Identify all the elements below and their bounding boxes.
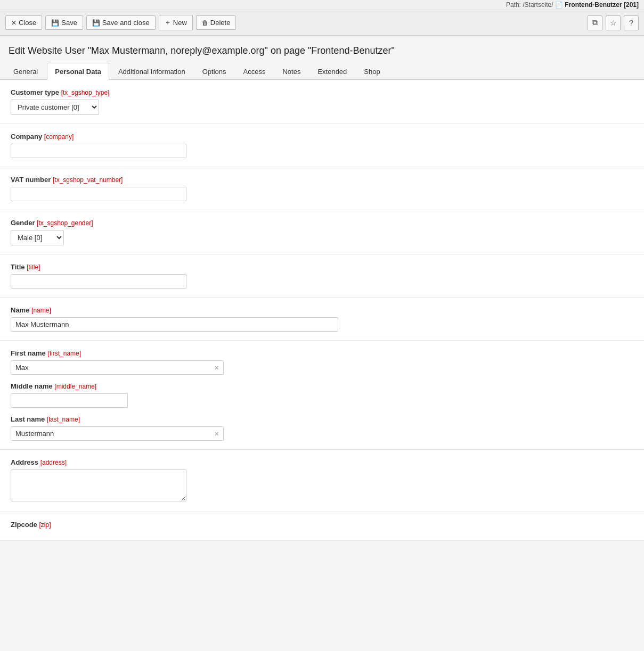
last-name-field-wrapper: × [11,426,224,441]
middle-name-key: [middle_name] [54,383,96,390]
last-name-input[interactable] [11,427,210,440]
page-title-text: Edit Website User "Max Mustermann, norep… [9,45,395,56]
address-key: [address] [40,459,67,466]
address-label: Address [address] [11,458,633,466]
gender-section: Gender [tx_sgshop_gender] Male [0] Femal… [0,210,644,254]
save-close-icon: 💾 [92,19,100,27]
tab-extended[interactable]: Extended [309,63,355,80]
name-input[interactable] [11,317,338,332]
close-icon: ✕ [11,19,17,27]
delete-label: Delete [210,19,231,27]
star-icon: ☆ [610,19,617,27]
help-button[interactable]: ? [624,15,639,30]
zipcode-section: Zipcode [zip] [0,512,644,541]
vat-number-input[interactable] [11,187,186,201]
delete-button[interactable]: 🗑 Delete [196,15,237,30]
path-page-name: Frontend-Benutzer [201] [565,1,639,9]
close-label: Close [19,19,36,27]
new-button[interactable]: ＋ New [159,15,193,30]
help-icon: ? [629,19,633,27]
last-name-label: Last name [last_name] [11,415,633,423]
middle-name-input[interactable] [11,393,128,408]
middle-name-label: Middle name [middle_name] [11,382,633,390]
page-title: Edit Website User "Max Mustermann, norep… [0,36,644,63]
gender-key: [tx_sgshop_gender] [37,219,93,227]
name-label: Name [name] [11,306,633,314]
tab-personal-data[interactable]: Personal Data [47,63,109,80]
title-section: Title [title] [0,254,644,298]
address-input[interactable] [11,469,186,501]
first-name-clear-button[interactable]: × [210,362,223,374]
save-button[interactable]: 💾 Save [45,15,83,30]
zipcode-key: [zip] [39,521,51,529]
gender-label: Gender [tx_sgshop_gender] [11,219,633,227]
first-name-label: First name [first_name] [11,349,633,357]
vat-number-section: VAT number [tx_sgshop_vat_number] [0,167,644,210]
path-bar: Path: /Startseite/ 📄 Frontend-Benutzer [… [0,0,644,10]
save-icon: 💾 [51,19,59,27]
tab-options[interactable]: Options [194,63,234,80]
title-input[interactable] [11,274,186,289]
first-name-field-wrapper: × [11,360,224,375]
delete-icon: 🗑 [202,19,208,27]
gender-select[interactable]: Male [0] Female [1] Other [2] [11,230,64,245]
toolbar-right: ⧉ ☆ ? [588,15,639,30]
new-icon: ＋ [165,18,171,27]
name-section: Name [name] [0,298,644,341]
toolbar: ✕ Close 💾 Save 💾 Save and close ＋ New 🗑 … [0,10,644,36]
first-name-key: [first_name] [47,350,81,357]
tab-additional-information[interactable]: Additional Information [110,63,193,80]
tab-access[interactable]: Access [235,63,274,80]
open-new-window-button[interactable]: ⧉ [588,15,602,30]
toolbar-left: ✕ Close 💾 Save 💾 Save and close ＋ New 🗑 … [5,15,236,30]
save-close-button[interactable]: 💾 Save and close [86,15,156,30]
last-name-clear-button[interactable]: × [210,428,223,440]
first-name-input[interactable] [11,361,210,374]
title-label: Title [title] [11,263,633,271]
save-close-label: Save and close [102,19,150,27]
path-text: Path: /Startseite/ [506,1,553,9]
new-label: New [173,19,187,27]
tab-general[interactable]: General [5,63,46,80]
customer-type-label: Customer type [tx_sgshop_type] [11,88,633,96]
save-label: Save [61,19,77,27]
favorite-button[interactable]: ☆ [606,15,621,30]
form-content: Customer type [tx_sgshop_type] Private c… [0,80,644,541]
company-key: [company] [44,133,74,141]
company-input[interactable] [11,144,186,158]
open-new-window-icon: ⧉ [592,18,598,27]
vat-number-label: VAT number [tx_sgshop_vat_number] [11,176,633,184]
name-key: [name] [31,307,51,314]
company-section: Company [company] [0,124,644,167]
customer-type-select[interactable]: Private customer [0] Business customer [… [11,100,99,115]
address-section: Address [address] [0,450,644,512]
title-key: [title] [27,263,40,271]
tab-shop[interactable]: Shop [356,63,388,80]
tab-notes[interactable]: Notes [274,63,308,80]
path-page-icon: 📄 [555,1,563,9]
vat-number-key: [tx_sgshop_vat_number] [53,176,123,184]
last-name-key: [last_name] [47,416,80,423]
zipcode-label: Zipcode [zip] [11,521,633,529]
name-parts-section: First name [first_name] × Middle name [m… [0,341,644,450]
customer-type-key: [tx_sgshop_type] [61,89,110,96]
close-button[interactable]: ✕ Close [5,15,42,30]
tab-bar: General Personal Data Additional Informa… [0,63,644,80]
company-label: Company [company] [11,133,633,141]
customer-type-section: Customer type [tx_sgshop_type] Private c… [0,80,644,124]
